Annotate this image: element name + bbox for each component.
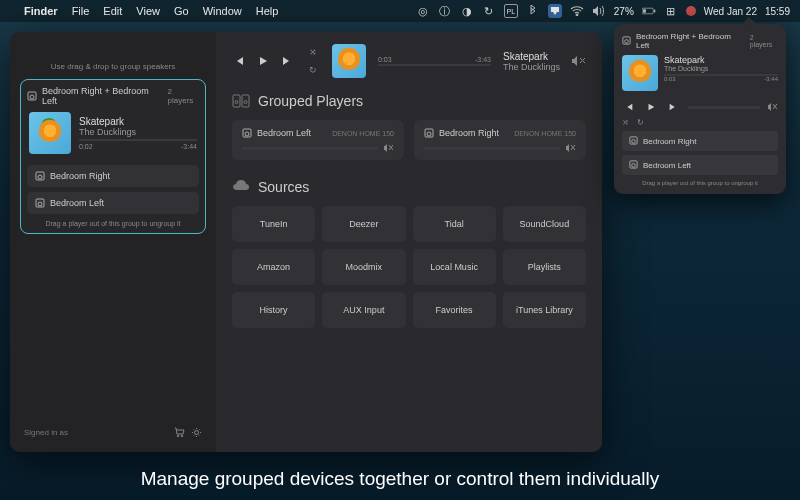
shuffle-button[interactable]: ⤨	[622, 118, 629, 127]
menubar-date[interactable]: Wed Jan 22	[704, 6, 757, 17]
menubar-popover: Bedroom Right + Bedroom Left 2 players S…	[614, 24, 786, 194]
time-remaining: -3:44	[181, 143, 197, 150]
svg-rect-2	[654, 10, 655, 13]
player-count: 2 players	[168, 87, 199, 105]
status-icon[interactable]: ◎	[416, 4, 430, 18]
speaker-item[interactable]: Bedroom Left	[622, 155, 778, 175]
bluetooth-icon[interactable]	[526, 4, 540, 18]
track-title: Skatepark	[503, 51, 560, 62]
source-button[interactable]: TuneIn	[232, 206, 315, 242]
menu-window[interactable]: Window	[203, 5, 242, 17]
marketing-caption: Manage grouped devices together or contr…	[0, 468, 800, 490]
progress-bar[interactable]	[79, 139, 197, 141]
source-button[interactable]: Amazon	[232, 249, 315, 285]
track-artist: The Ducklings	[503, 62, 560, 72]
speaker-name: Bedroom Right	[643, 137, 696, 146]
source-button[interactable]: Moodmix	[322, 249, 405, 285]
battery-pct: 27%	[614, 6, 634, 17]
mute-icon[interactable]	[384, 144, 394, 152]
progress-bar[interactable]	[378, 64, 491, 66]
group-name: Bedroom Right + Bedroom Left	[42, 86, 163, 106]
time-elapsed: 0:02	[79, 143, 93, 150]
repeat-button[interactable]: ↻	[637, 118, 644, 127]
player-card[interactable]: Bedroom Right DENON HOME 150	[414, 120, 586, 160]
source-button[interactable]: Tidal	[413, 206, 496, 242]
menubar-time[interactable]: 15:59	[765, 6, 790, 17]
source-button[interactable]: Deezer	[322, 206, 405, 242]
prev-button[interactable]	[622, 100, 636, 114]
source-button[interactable]: History	[232, 292, 315, 328]
mute-icon[interactable]	[566, 144, 576, 152]
battery-icon[interactable]	[642, 4, 656, 18]
status-icon[interactable]	[686, 6, 696, 16]
next-button[interactable]	[666, 100, 680, 114]
time-remaining: -3:43	[475, 56, 491, 63]
shuffle-button[interactable]: ⤨	[306, 45, 320, 59]
player-name: Bedroom Left	[257, 128, 311, 138]
repeat-button[interactable]: ↻	[306, 63, 320, 77]
next-button[interactable]	[280, 54, 294, 68]
menu-file[interactable]: File	[72, 5, 90, 17]
play-button[interactable]	[644, 100, 658, 114]
app-name[interactable]: Finder	[24, 5, 58, 17]
menu-view[interactable]: View	[136, 5, 160, 17]
source-button[interactable]: AUX Input	[322, 292, 405, 328]
source-button[interactable]: SoundCloud	[503, 206, 586, 242]
speaker-item[interactable]: Bedroom Right	[622, 131, 778, 151]
wifi-icon[interactable]	[570, 4, 584, 18]
status-icon[interactable]: ↻	[482, 4, 496, 18]
settings-icon[interactable]	[191, 427, 202, 438]
prev-button[interactable]	[232, 54, 246, 68]
speaker-icon	[35, 171, 45, 181]
player-model: DENON HOME 150	[332, 130, 394, 137]
main-panel: ⤨ ↻ 0:03 -3:43 Skatepark The Ducklings G…	[216, 32, 602, 452]
app-window: Use drag & drop to group speakers Bedroo…	[10, 32, 602, 452]
status-icon[interactable]: ⊞	[664, 4, 678, 18]
svg-point-7	[38, 175, 42, 179]
svg-point-24	[632, 140, 636, 144]
svg-point-18	[245, 132, 249, 136]
album-cover	[332, 44, 366, 78]
status-icon[interactable]: ◑	[460, 4, 474, 18]
speaker-item[interactable]: Bedroom Right	[27, 165, 199, 187]
track-title: Skatepark	[664, 55, 778, 65]
svg-point-20	[427, 132, 431, 136]
svg-point-5	[30, 95, 34, 99]
group-name: Bedroom Right + Bedroom Left	[636, 32, 746, 50]
ungroup-hint: Drag a player out of this group to ungro…	[27, 220, 199, 227]
input-source[interactable]: PL	[504, 4, 518, 18]
svg-point-9	[38, 202, 42, 206]
cart-icon[interactable]	[174, 427, 185, 438]
speaker-item[interactable]: Bedroom Left	[27, 192, 199, 214]
menu-go[interactable]: Go	[174, 5, 189, 17]
svg-point-26	[632, 164, 636, 168]
menubar: Finder File Edit View Go Window Help ◎ ⓘ…	[0, 0, 800, 22]
play-button[interactable]	[256, 54, 270, 68]
menu-help[interactable]: Help	[256, 5, 279, 17]
speaker-group-card[interactable]: Bedroom Right + Bedroom Left 2 players S…	[20, 79, 206, 234]
volume-icon[interactable]	[592, 4, 606, 18]
sidebar: Use drag & drop to group speakers Bedroo…	[10, 32, 216, 452]
status-icon[interactable]: ⓘ	[438, 4, 452, 18]
track-artist: The Ducklings	[664, 65, 778, 72]
track-title: Skatepark	[79, 116, 197, 127]
source-button[interactable]: Favorites	[413, 292, 496, 328]
mute-icon[interactable]	[572, 55, 586, 67]
airplay-icon[interactable]	[548, 4, 562, 18]
svg-rect-3	[643, 9, 646, 13]
source-button[interactable]: Local Music	[413, 249, 496, 285]
player-card[interactable]: Bedroom Left DENON HOME 150	[232, 120, 404, 160]
source-button[interactable]: iTunes Library	[503, 292, 586, 328]
svg-point-12	[195, 431, 199, 435]
svg-point-16	[244, 101, 247, 104]
menu-edit[interactable]: Edit	[103, 5, 122, 17]
volume-slider[interactable]	[688, 106, 760, 109]
volume-slider[interactable]	[242, 147, 378, 150]
time-remaining: -3:44	[764, 76, 778, 82]
volume-slider[interactable]	[424, 147, 560, 150]
album-cover	[622, 55, 658, 91]
player-name: Bedroom Right	[439, 128, 499, 138]
source-button[interactable]: Playlists	[503, 249, 586, 285]
mute-icon[interactable]	[768, 103, 778, 111]
speaker-name: Bedroom Left	[50, 198, 104, 208]
